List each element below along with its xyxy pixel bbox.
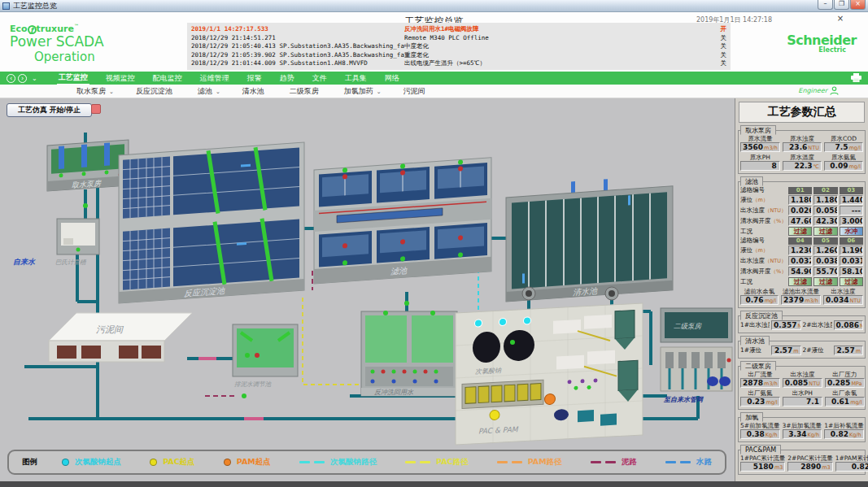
chevron-down-icon: ⌄ bbox=[216, 89, 220, 95]
legend-title: 图例 bbox=[22, 457, 37, 467]
field: 2#PAC累计流量2890m3 bbox=[787, 454, 832, 472]
field: 1#PAM累计流量0.82m3 bbox=[835, 454, 868, 472]
legend-bar: 图例 次氯酸钠起点 PAC起点 PAM起点 次氯酸钠路径 PAC路径 PAM路径… bbox=[7, 450, 726, 475]
user-role[interactable]: Engineer bbox=[798, 86, 839, 95]
panel-group-intake: 取水泵房 原水流量3560m3/h 原水浊度23.6NTU 原水COD7.5mg… bbox=[738, 130, 866, 174]
legend-pam-path: PAM路径 bbox=[497, 457, 562, 467]
table-row: 清水阀开度（%）54.90055.70058.100 bbox=[740, 267, 863, 276]
alarm-list[interactable]: 2019/1/1 14:27:17.533 反冲洗回用水1#电磁阀故障 开 20… bbox=[187, 23, 731, 70]
panel-group-pump2: 二级泵房 出厂流量2878m3/h 出水浊度0.085NTU 出厂压力0.285… bbox=[738, 366, 866, 410]
status-badge: 过滤 bbox=[788, 227, 812, 236]
menu-ops-management[interactable]: 运维管理 bbox=[198, 72, 231, 85]
field: 原水流量3560m3/h bbox=[740, 135, 780, 152]
minimize-button[interactable]: – bbox=[818, 0, 833, 10]
window-icon bbox=[2, 2, 10, 10]
submenu-pump2[interactable]: 二级泵房 bbox=[290, 86, 322, 97]
submenu-intake-pump[interactable]: 取水泵房⌄ bbox=[76, 86, 114, 97]
group-tab[interactable]: 加氯 bbox=[740, 412, 763, 422]
status-badge: 过滤 bbox=[788, 277, 812, 286]
history-chevron-icon[interactable]: ⌄ bbox=[32, 75, 37, 82]
unit-drain-regulating-pool[interactable]: 排泥水调节池 bbox=[233, 324, 298, 388]
window-bottom-edge bbox=[0, 481, 868, 487]
label-to-network: 至自来水管网 bbox=[663, 396, 704, 403]
unit-sludge-building[interactable]: 污泥间 bbox=[49, 313, 192, 362]
menu-files[interactable]: 文件 bbox=[311, 72, 329, 85]
ecostruxure-logo: Ecoƒtruxure™ Power SCADA Operation bbox=[10, 24, 104, 64]
group-tab[interactable]: 取水泵房 bbox=[740, 125, 776, 135]
legend-pam-start: PAM起点 bbox=[224, 457, 271, 467]
header-close-icon[interactable]: × bbox=[835, 14, 845, 23]
field: 原水浊度23.6NTU bbox=[783, 135, 822, 152]
maximize-button[interactable]: ❐ bbox=[834, 0, 849, 10]
menu-power-monitor[interactable]: 配电监控 bbox=[151, 72, 184, 85]
legend-sludge-path: 泥路 bbox=[591, 457, 637, 467]
field: 出水浊度0.085NTU bbox=[783, 371, 822, 388]
back-icon[interactable]: ‹ bbox=[7, 74, 15, 83]
table-row: 出水浊度（NTU）0.0320.0380.031 bbox=[740, 256, 863, 266]
unit-reaction-tank[interactable]: 反应沉淀池 bbox=[119, 142, 304, 303]
menu-process-monitor[interactable]: 工艺监控 bbox=[57, 72, 89, 85]
pam-start-marker bbox=[545, 394, 556, 405]
label-metering: 巴氏计量槽 bbox=[55, 259, 87, 266]
legend-water-path: 水路 bbox=[665, 457, 712, 467]
print-icon[interactable] bbox=[851, 73, 861, 84]
unit-clearwell[interactable]: 清水池 bbox=[506, 175, 673, 302]
label-filter: 滤池 bbox=[390, 266, 408, 276]
alarm-row[interactable]: 2018/12/29 21:05:39.902 SP.Substation3.A… bbox=[191, 51, 726, 60]
group-tab[interactable]: PAC&PAM bbox=[740, 445, 781, 454]
panel-group-pacpam: PAC&PAM 1#PAC累计流量5180m3 2#PAC累计流量2890m3 … bbox=[738, 450, 866, 475]
table-row: 清水阀开度（%）47.60042.3003.000 bbox=[740, 216, 863, 226]
menu-alarms[interactable]: 报警 bbox=[246, 72, 264, 85]
unit-intake-pump-house[interactable]: 取水泵房 bbox=[47, 140, 129, 191]
alarm-row[interactable]: 2018/12/29 21:05:40.413 SP.Substation3.A… bbox=[191, 42, 726, 51]
table-row: 出水浊度（NTU）0.0260.058--- bbox=[740, 206, 863, 215]
submenu-filter[interactable]: 滤池⌄ bbox=[198, 86, 220, 97]
schneider-logo: Schneider Electric bbox=[787, 34, 857, 54]
status-badge: 过滤 bbox=[813, 227, 837, 236]
field: 滤池出水流量2379m3/h bbox=[781, 288, 821, 305]
group-tab[interactable]: 反应沉淀池 bbox=[740, 311, 783, 320]
group-tab[interactable]: 清水池 bbox=[740, 336, 770, 346]
group-tab[interactable]: 二级泵房 bbox=[740, 361, 776, 371]
label-sludge: 污泥间 bbox=[96, 324, 124, 335]
field: 原水温度22.3℃ bbox=[783, 154, 822, 171]
submenu-reaction-tank[interactable]: 反应沉淀池 bbox=[136, 86, 176, 97]
menu-network[interactable]: 网络 bbox=[383, 72, 401, 85]
field: 出厂压力0.285MPa bbox=[825, 371, 865, 388]
pac-start-marker bbox=[490, 410, 499, 420]
legend-naclo-path: 次氯酸钠路径 bbox=[299, 457, 377, 467]
alarm-row[interactable]: 2019/1/1 14:27:17.533 反冲洗回用水1#电磁阀故障 开 bbox=[191, 25, 726, 34]
window-title: 工艺监控总览 bbox=[13, 1, 57, 11]
naclo-start-marker bbox=[524, 317, 531, 324]
label-tap-water: 自来水 bbox=[13, 258, 36, 266]
menu-trends[interactable]: 趋势 bbox=[278, 72, 296, 85]
group-tab[interactable]: 滤池 bbox=[740, 176, 763, 186]
naclo-start-marker bbox=[475, 320, 482, 327]
field: 出厂余氯0.61mg/l bbox=[825, 389, 865, 407]
field: 原水COD7.5mg/l bbox=[824, 135, 863, 152]
alarm-row[interactable]: 2018/12/29 21:14:51.271 Remote M340 PLC … bbox=[191, 34, 726, 43]
unit-metering-tank[interactable]: 巴氏计量槽 bbox=[55, 219, 99, 266]
plant-view: 工艺仿真 开始/停止 bbox=[0, 98, 735, 481]
simulation-start-stop-button[interactable]: 工艺仿真 开始/停止 bbox=[7, 103, 92, 117]
submenu-dosing[interactable]: 加氯加药⌄ bbox=[344, 86, 382, 97]
chevron-down-icon: ⌄ bbox=[377, 89, 382, 95]
submenu-sludge[interactable]: 污泥间 bbox=[403, 86, 429, 97]
submenu-clearwell[interactable]: 清水池 bbox=[242, 86, 268, 97]
dot-icon bbox=[150, 459, 157, 466]
unit-backwash-reuse-pool[interactable]: 反冲洗回用水 bbox=[361, 311, 457, 396]
parameter-panel: 工艺参数汇总 取水泵房 原水流量3560m3/h 原水浊度23.6NTU 原水C… bbox=[735, 98, 868, 487]
unit-secondary-pump-house[interactable]: 二级泵房 至自来水管网 bbox=[661, 308, 732, 403]
field: 1#后补氯流量0.82Kg/h bbox=[824, 422, 864, 439]
main-menubar: ‹ › ⌄ 工艺监控 视频监控 配电监控 运维管理 报警 趋势 文件 工具集 网… bbox=[0, 72, 868, 85]
label-naclo: 次氯酸钠 bbox=[475, 367, 502, 376]
menu-video-monitor[interactable]: 视频监控 bbox=[104, 72, 137, 85]
close-button[interactable]: × bbox=[850, 0, 866, 10]
forward-icon[interactable]: › bbox=[18, 74, 27, 83]
unit-filter[interactable]: 滤池 bbox=[314, 158, 491, 284]
alarm-row[interactable]: 2018/12/29 21:01:44.009 SP.Substation1.A… bbox=[191, 59, 726, 68]
unit-dosing-area[interactable]: 次氯酸钠 PAC & PAM bbox=[456, 303, 643, 445]
panel-group-filter: 滤池 滤格编号010203 液位（m）1.1801.1801.440 出水浊度（… bbox=[738, 181, 866, 308]
field: 原水氨氮0.09mg/l bbox=[824, 154, 863, 171]
menu-tools[interactable]: 工具集 bbox=[343, 72, 369, 85]
